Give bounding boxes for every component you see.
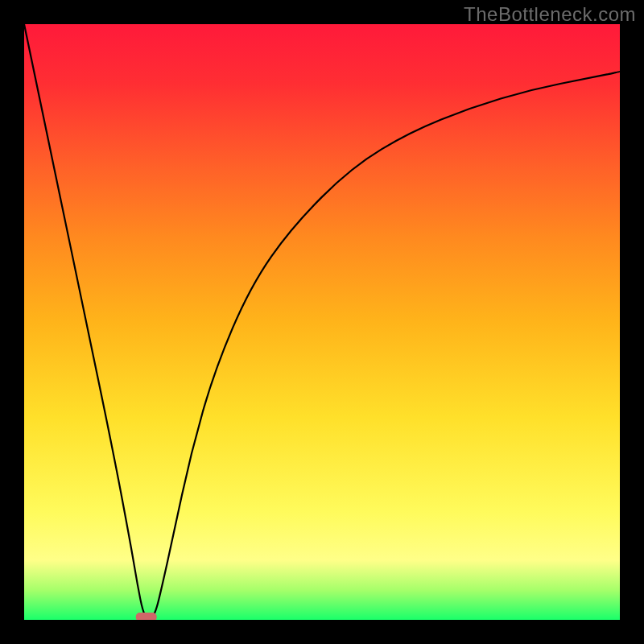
bottleneck-curve [24,24,620,618]
plot-gradient-background [24,24,620,620]
minimum-marker [136,613,157,620]
curve-layer [24,24,620,620]
source-watermark: TheBottleneck.com [464,3,636,26]
chart-frame: TheBottleneck.com [0,0,644,644]
